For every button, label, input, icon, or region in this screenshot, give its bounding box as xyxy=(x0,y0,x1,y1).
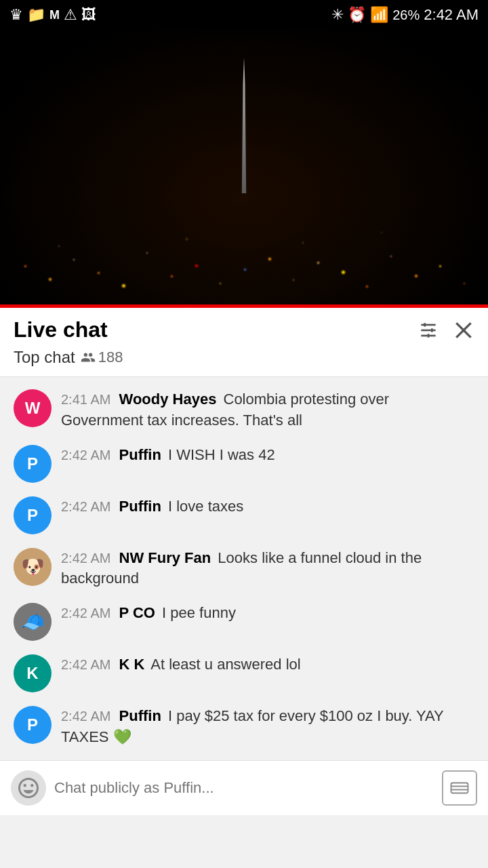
crown-icon: ♛ xyxy=(9,6,23,24)
progress-bar xyxy=(0,304,488,308)
message-body: 2:42 AM P CO I pee funny xyxy=(61,603,474,624)
author-name: K K xyxy=(119,656,145,673)
message-time: 2:41 AM xyxy=(61,392,110,407)
message-time: 2:42 AM xyxy=(61,499,110,514)
monument-graphic xyxy=(239,58,249,193)
avatar: P xyxy=(14,445,52,483)
message-text: At least u answered lol xyxy=(150,656,300,673)
top-chat-label: Top chat xyxy=(14,348,75,367)
message-text: I pay $25 tax for every $100 oz I buy. Y… xyxy=(61,707,443,745)
avatar: W xyxy=(14,389,52,427)
message-body: 2:42 AM Puffin I WISH I was 42 xyxy=(61,445,474,466)
message-time: 2:42 AM xyxy=(61,606,110,620)
avatar: 🐶 xyxy=(14,548,52,586)
chat-message: 🧢 2:42 AM P CO I pee funny xyxy=(0,596,488,648)
close-button[interactable] xyxy=(453,319,474,341)
message-body: 2:42 AM Puffin I love taxes xyxy=(61,496,474,517)
avatar: P xyxy=(14,706,52,744)
message-text: I pee funny xyxy=(162,604,236,621)
chat-message: P 2:42 AM Puffin I love taxes xyxy=(0,490,488,541)
chat-input-bar xyxy=(0,760,488,815)
author-name: Woody Hayes xyxy=(119,391,217,408)
viewer-count-number: 188 xyxy=(98,349,123,366)
chat-message: P 2:42 AM Puffin I pay $25 tax for every… xyxy=(0,699,488,755)
message-body: 2:41 AM Woody Hayes Colombia protesting … xyxy=(61,389,474,431)
message-time: 2:42 AM xyxy=(61,657,110,672)
video-player[interactable] xyxy=(0,30,488,308)
bluetooth-icon: ✳ xyxy=(331,6,344,24)
message-text: I WISH I was 42 xyxy=(168,446,275,463)
wifi-icon: 📶 xyxy=(370,6,388,24)
warning-icon: ⚠ xyxy=(64,6,77,24)
status-right-icons: ✳ ⏰ 📶 26% 2:42 AM xyxy=(331,6,479,24)
status-left-icons: ♛ 📁 M ⚠ 🖼 xyxy=(9,6,96,24)
chat-message: P 2:42 AM Puffin I WISH I was 42 xyxy=(0,438,488,490)
message-body: 2:42 AM NW Fury Fan Looks like a funnel … xyxy=(61,548,474,590)
message-body: 2:42 AM Puffin I pay $25 tax for every $… xyxy=(61,706,474,748)
author-name: Puffin xyxy=(119,707,161,724)
alarm-icon: ⏰ xyxy=(348,6,366,24)
m-icon: M xyxy=(49,8,60,22)
chat-messages-container: W 2:41 AM Woody Hayes Colombia protestin… xyxy=(0,377,488,760)
battery-text: 26% xyxy=(392,7,420,23)
avatar: 🧢 xyxy=(14,603,52,641)
super-chat-button[interactable] xyxy=(442,770,477,806)
avatar: P xyxy=(14,496,52,534)
time-display: 2:42 AM xyxy=(424,6,479,24)
message-body: 2:42 AM K K At least u answered lol xyxy=(61,654,474,675)
folder-icon: 📁 xyxy=(27,6,45,24)
svg-rect-8 xyxy=(451,783,468,793)
chat-message: 🐶 2:42 AM NW Fury Fan Looks like a funne… xyxy=(0,541,488,597)
avatar: K xyxy=(14,654,52,692)
author-name: NW Fury Fan xyxy=(119,549,211,566)
status-bar: ♛ 📁 M ⚠ 🖼 ✳ ⏰ 📶 26% 2:42 AM xyxy=(0,0,488,30)
message-time: 2:42 AM xyxy=(61,448,110,462)
emoji-button[interactable] xyxy=(11,770,46,806)
message-time: 2:42 AM xyxy=(61,551,110,566)
message-time: 2:42 AM xyxy=(61,709,110,724)
viewer-count: 188 xyxy=(81,349,123,366)
live-chat-title: Live chat xyxy=(14,317,108,342)
filter-icon-button[interactable] xyxy=(418,319,439,341)
city-lights xyxy=(0,220,488,308)
chat-message: W 2:41 AM Woody Hayes Colombia protestin… xyxy=(0,382,488,438)
author-name: P CO xyxy=(119,604,155,621)
author-name: Puffin xyxy=(119,498,161,515)
live-chat-header: Live chat Top chat xyxy=(0,308,488,377)
author-name: Puffin xyxy=(119,446,161,463)
image-icon: 🖼 xyxy=(81,6,96,24)
message-text: I love taxes xyxy=(168,498,243,515)
message-text: Looks like a funnel cloud in the backgro… xyxy=(61,549,422,587)
chat-input-field[interactable] xyxy=(54,779,434,797)
chat-message: K 2:42 AM K K At least u answered lol xyxy=(0,648,488,699)
